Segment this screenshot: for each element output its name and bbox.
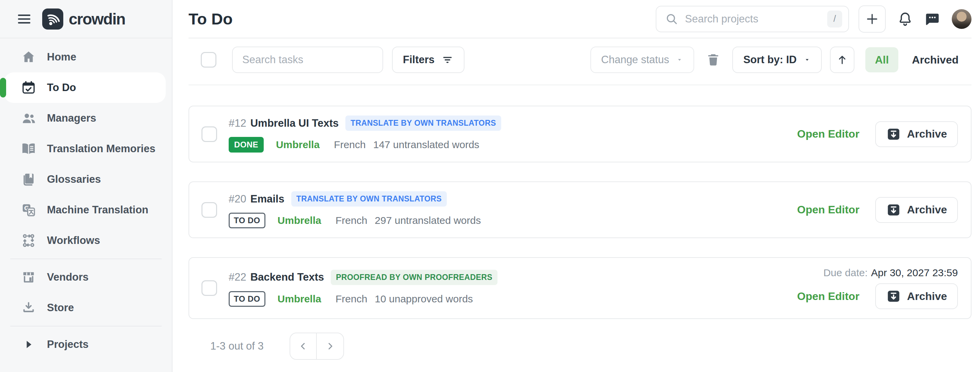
sidebar-item-managers[interactable]: Managers [0,103,166,133]
sidebar-item-glossaries[interactable]: Glossaries [0,164,166,195]
sidebar-header: crowdin [0,0,172,38]
crowdin-logo-icon [42,8,63,30]
task-project-link[interactable]: Umbrella [276,139,320,150]
task-type-badge: TRANSLATE BY OWN TRANSLATORS [345,116,501,131]
tasks-toolbar: Filters Change status Sort by: ID [189,38,972,85]
crowdin-wordmark: crowdin [69,10,125,28]
sidebar-nav: Home To Do Managers Translation Memories… [0,38,172,360]
task-checkbox[interactable] [202,280,217,296]
task-title: Backend Texts [250,271,324,283]
search-tasks-input[interactable] [232,46,383,73]
messages-chat-icon[interactable] [924,11,940,27]
chevron-down-icon [676,56,683,63]
archive-label: Archive [907,290,947,303]
task-checkbox[interactable] [202,127,217,142]
filters-button[interactable]: Filters [392,46,465,73]
previous-page-button[interactable] [290,333,317,359]
sidebar-item-store[interactable]: Store [0,293,166,323]
next-page-button[interactable] [317,333,343,359]
hamburger-menu-icon[interactable] [16,11,32,27]
chevron-right-icon [325,341,335,351]
task-status-badge: DONE [229,137,264,152]
chevron-down-icon [803,56,811,63]
select-all-checkbox[interactable] [201,52,216,68]
task-type-badge: TRANSLATE BY OWN TRANSLATORS [291,191,447,207]
task-word-count: 10 unapproved words [375,293,473,305]
open-editor-link[interactable]: Open Editor [797,204,859,216]
sidebar-item-workflows[interactable]: Workflows [0,225,166,256]
projects-icon [21,337,36,352]
page-title: To Do [189,9,233,28]
pager [290,332,344,360]
pagination: 1-3 out of 3 [210,332,972,360]
sidebar-item-projects[interactable]: Projects [0,329,166,360]
task-type-badge: PROOFREAD BY OWN PROOFREADERS [331,270,498,285]
task-id: #20 [229,193,247,205]
main-content: To Do / [172,0,980,372]
todo-icon [21,80,36,95]
translation-memories-icon [21,141,36,156]
archive-label: Archive [907,204,947,216]
task-title: Umbrella UI Texts [250,117,339,130]
archive-button[interactable]: Archive [875,121,958,147]
home-icon [21,50,36,65]
sidebar-item-home[interactable]: Home [0,42,166,72]
store-icon [21,300,36,315]
open-editor-link[interactable]: Open Editor [797,290,859,303]
task-checkbox[interactable] [202,202,217,218]
managers-icon [21,111,36,126]
main-header: To Do / [189,0,972,38]
open-editor-link[interactable]: Open Editor [797,128,859,140]
user-avatar[interactable] [952,9,972,29]
sidebar-divider [10,258,162,259]
sidebar-item-machine-translation[interactable]: G Machine Translation [0,195,166,225]
archive-icon [886,289,901,304]
vendors-icon [21,270,36,285]
task-card: #12 Umbrella UI Texts TRANSLATE BY OWN T… [189,106,972,162]
topbar-controls: / [656,5,972,33]
change-status-dropdown[interactable]: Change status [590,46,695,73]
sidebar-item-translation-memories[interactable]: Translation Memories [0,133,166,164]
delete-tasks-button[interactable] [706,52,721,67]
archive-button[interactable]: Archive [875,283,958,309]
task-card: #20 Emails TRANSLATE BY OWN TRANSLATORS … [189,181,972,238]
sort-label: Sort by: ID [743,54,797,66]
task-id: #22 [229,271,247,283]
search-icon [665,13,678,25]
filters-label: Filters [403,54,434,66]
task-project-link[interactable]: Umbrella [278,293,321,305]
task-status-badge: TO DO [229,291,266,307]
search-projects-input[interactable] [685,13,821,25]
tab-archived[interactable]: Archived [912,54,959,66]
change-status-label: Change status [601,54,669,66]
task-title: Emails [250,193,285,205]
sidebar-divider [10,326,162,326]
task-card: #22 Backend Texts PROOFREAD BY OWN PROOF… [189,257,972,319]
machine-translation-icon: G [21,203,36,217]
project-search: / [656,6,849,32]
archive-label: Archive [907,128,947,140]
task-project-link[interactable]: Umbrella [278,215,321,226]
sort-dropdown[interactable]: Sort by: ID [732,46,822,73]
shortcut-key-badge: / [827,11,842,27]
task-word-count: 147 untranslated words [373,139,479,150]
crowdin-logo[interactable]: crowdin [42,8,125,30]
task-id: #12 [229,117,247,130]
glossaries-icon [21,172,36,187]
create-project-button[interactable] [859,5,886,33]
filter-icon [441,54,453,66]
sidebar-item-to-do[interactable]: To Do [4,72,166,103]
notifications-bell-icon[interactable] [897,11,913,27]
chevron-left-icon [298,341,308,351]
task-language: French [336,293,367,305]
task-due-date: Due date:Apr 30, 2027 23:59 [824,267,958,279]
arrow-up-icon [836,54,848,66]
task-language: French [334,139,366,150]
pagination-summary: 1-3 out of 3 [210,340,264,352]
archive-button[interactable]: Archive [875,197,958,223]
sidebar-item-vendors[interactable]: Vendors [0,262,166,293]
task-word-count: 297 untranslated words [375,215,481,226]
sort-direction-button[interactable] [830,46,854,73]
task-language: French [336,215,367,226]
tab-all[interactable]: All [865,47,898,72]
